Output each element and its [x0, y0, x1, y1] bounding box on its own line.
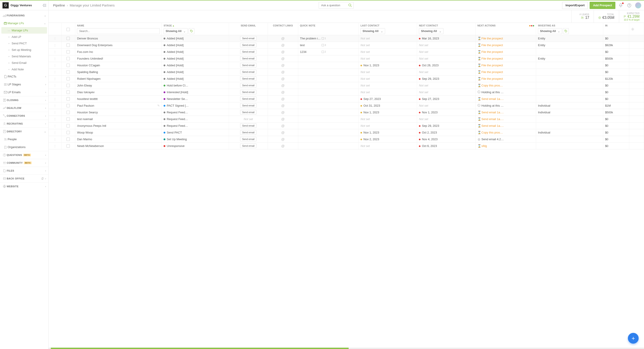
cell-investing-as[interactable]: Entity [536, 55, 603, 62]
cell-quick[interactable] [298, 75, 359, 82]
cell-next-contact[interactable]: Not set [417, 82, 476, 89]
sidebar-section-closing[interactable]: CLOSING › [0, 96, 48, 104]
breadcrumb-root[interactable]: Pipeline [53, 3, 65, 7]
row-drag-handle[interactable]: ⋮ [48, 48, 61, 55]
cell-next-action[interactable]: ◎Send email 4.2. M... [476, 136, 536, 142]
cell-investing-as[interactable] [536, 75, 603, 82]
row-checkbox[interactable] [66, 144, 70, 148]
investas-filter-dropdown[interactable]: Showing All⌄ [538, 28, 562, 34]
cell-stage[interactable]: Request Feedback [162, 122, 229, 129]
cell-in[interactable]: $0 [603, 82, 629, 89]
table-row[interactable]: ⋮Dias IskrayevInterested [Hold]Send emai… [48, 89, 644, 95]
col-last-header[interactable]: LAST CONTACT [360, 24, 415, 27]
cell-stage[interactable]: Request Feedback [162, 109, 229, 116]
cell-in[interactable]: $500k [603, 109, 629, 116]
row-checkbox[interactable] [66, 44, 70, 47]
cell-in[interactable]: $928k [603, 42, 629, 48]
sidebar-subitem-add-note[interactable]: +Add Note [0, 66, 48, 73]
sidebar-item-organizations[interactable]: Organizations [0, 143, 48, 151]
cell-in[interactable]: $0 [603, 35, 629, 42]
horizontal-scrollbar[interactable] [48, 348, 644, 349]
at-icon[interactable]: @ [281, 63, 285, 67]
table-row[interactable]: ⋮Downward Dog EnterprisesAdded [Hold]Sen… [48, 42, 644, 48]
row-drag-handle[interactable]: ⋮ [48, 82, 61, 89]
row-drag-handle[interactable]: ⋮ [48, 55, 61, 62]
cell-in[interactable]: $0 [603, 89, 629, 95]
row-drag-handle[interactable]: ⋮ [48, 102, 61, 109]
sidebar-item-lp-emails[interactable]: LP Emails › [0, 88, 48, 96]
sidebar-section-files[interactable]: FILES › [0, 167, 48, 175]
cell-contact[interactable]: @ [268, 69, 298, 75]
cell-last-contact[interactable]: Not set [359, 48, 417, 55]
cell-in[interactable]: $1M [603, 102, 629, 109]
table-row[interactable]: ⋮Paul Paulson✎PACT Signed [Hold]Send ema… [48, 102, 644, 109]
row-checkbox[interactable] [66, 138, 70, 141]
row-drag-handle[interactable]: ⋮ [48, 95, 61, 102]
row-checkbox[interactable] [66, 50, 70, 54]
cell-quick[interactable]: The problem is not...1 [298, 35, 359, 42]
at-icon[interactable]: @ [281, 137, 285, 141]
send-email-button[interactable]: Send email [240, 97, 256, 101]
cell-quick[interactable] [298, 62, 359, 69]
cell-stage[interactable]: Request Feedback [162, 116, 229, 122]
send-email-button[interactable]: Send email [240, 43, 256, 47]
cell-contact[interactable]: @ [268, 95, 298, 102]
table-row[interactable]: ⋮Woop WoopSend PACTSend email@Nov 1, 202… [48, 129, 644, 136]
cell-name[interactable]: Dias Iskrayev [75, 89, 162, 95]
cell-investing-as[interactable]: Entity [536, 35, 603, 42]
send-email-button[interactable]: Send email [240, 56, 256, 61]
cell-last-contact[interactable]: Not set [359, 142, 417, 149]
table-row[interactable]: ⋮Denver BroncosAdded [Hold]Send email@Th… [48, 35, 644, 42]
row-drag-handle[interactable]: ⋮ [48, 69, 61, 75]
cell-investing-as[interactable] [536, 122, 603, 129]
investas-tag-button[interactable] [563, 28, 569, 34]
col-stage-header[interactable]: STAGE▲ [164, 24, 227, 27]
cell-name[interactable]: Denver Broncos [75, 35, 162, 42]
send-email-button[interactable]: Send email [240, 144, 256, 148]
sidebar-section-back-office[interactable]: BACK OFFICE › [0, 175, 48, 182]
sidebar-subitem-manage-lps[interactable]: —Manage LPs [1, 27, 47, 34]
at-icon[interactable]: @ [281, 104, 285, 108]
row-drag-handle[interactable]: ⋮ [48, 129, 61, 136]
cell-stage[interactable]: Added [Hold] [162, 75, 229, 82]
cell-last-contact[interactable]: Not set [359, 69, 417, 75]
cell-name[interactable]: John Elway [75, 82, 162, 89]
sidebar-section-website[interactable]: WEBSITE › [0, 183, 48, 190]
sidebar-section-directory[interactable]: DIRECTORY ⌄ [0, 128, 48, 135]
table-row[interactable]: ⋮Spalding BallingAdded [Hold]Send email@… [48, 69, 644, 75]
cell-in[interactable]: $500k [603, 55, 629, 62]
cell-contact[interactable]: @ [268, 116, 298, 122]
send-email-button[interactable]: Send email [240, 70, 256, 74]
cell-contact[interactable]: @ [268, 136, 298, 142]
cell-next-action[interactable]: ⓘHolding at this sta... [476, 102, 536, 109]
send-email-button[interactable]: Send email [240, 76, 256, 81]
cell-stage[interactable]: Added [Hold] [162, 55, 229, 62]
at-icon[interactable]: @ [281, 131, 285, 134]
table-row[interactable]: ⋮Anonymous Peeps IntlRequest FeedbackSen… [48, 122, 644, 129]
fab-add-button[interactable]: + [628, 333, 639, 344]
add-prospect-button[interactable]: Add Prospect [590, 2, 615, 9]
table-row[interactable]: ⋮John ElwayHold before Closin...Send ema… [48, 82, 644, 89]
cell-next-action[interactable]: ⌛File the prospect [476, 75, 536, 82]
cell-last-contact[interactable]: Not set [359, 35, 417, 42]
cell-name[interactable]: Houston Searcy [75, 109, 162, 116]
row-checkbox[interactable] [66, 70, 70, 74]
cell-stage[interactable]: Send PACT [162, 129, 229, 136]
row-checkbox[interactable] [66, 57, 70, 60]
cell-stage[interactable]: Newsletter Segme... [162, 95, 229, 102]
select-all-checkbox[interactable] [66, 28, 70, 31]
cell-next-contact[interactable]: Not set [417, 55, 476, 62]
col-next-header[interactable]: NEXT CONTACT [419, 24, 474, 27]
sidebar-section-questions[interactable]: ? QUESTIONS BETA › [0, 151, 48, 159]
cell-contact[interactable]: @ [268, 62, 298, 69]
cell-stage[interactable]: Added [Hold] [162, 42, 229, 48]
cell-contact[interactable]: @ [268, 102, 298, 109]
cell-contact[interactable]: @ [268, 129, 298, 136]
at-icon[interactable]: @ [281, 70, 285, 74]
cell-investing-as[interactable] [536, 142, 603, 149]
send-email-button[interactable]: Send email [240, 110, 256, 115]
cell-last-contact[interactable]: Sep 27, 2023 [359, 95, 417, 102]
cell-contact[interactable]: @ [268, 122, 298, 129]
cell-investing-as[interactable] [536, 82, 603, 89]
cell-in[interactable]: $0 [603, 69, 629, 75]
